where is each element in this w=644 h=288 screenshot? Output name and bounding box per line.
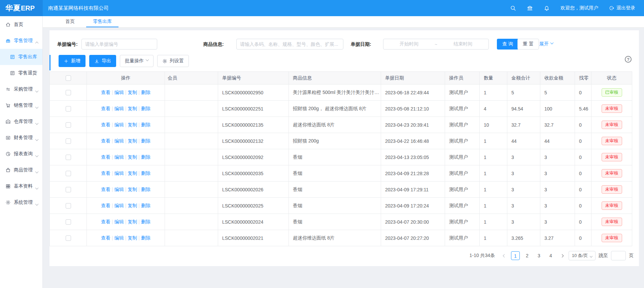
row-checkbox[interactable] [66, 155, 71, 160]
logout-button[interactable]: 退出登录 [609, 5, 635, 11]
copy-link[interactable]: 复制 [128, 106, 137, 111]
delete-link[interactable]: 删除 [141, 154, 150, 160]
edit-link[interactable]: 编辑 [114, 187, 124, 192]
prev-page-icon[interactable] [501, 251, 508, 260]
delete-link[interactable]: 删除 [141, 219, 150, 224]
view-link[interactable]: 查看 [101, 170, 110, 176]
edit-link[interactable]: 编辑 [114, 170, 124, 176]
jump-to-page-input[interactable] [611, 251, 626, 260]
date-cell: 2023-06-18 22:49:44 [381, 85, 445, 101]
sidebar-item-basic-data[interactable]: 基本资料 [0, 178, 42, 194]
copy-link[interactable]: 复制 [128, 170, 137, 176]
sidebar-item-report-query[interactable]: 报表查询 [0, 146, 42, 162]
reset-button[interactable]: 重 置 [517, 39, 539, 50]
add-button[interactable]: 新增 [59, 55, 86, 67]
column-settings-button[interactable]: 列设置 [157, 55, 189, 67]
copy-link[interactable]: 复制 [128, 138, 137, 143]
edit-link[interactable]: 编辑 [114, 154, 124, 160]
member-cell [165, 198, 218, 214]
row-checkbox[interactable] [66, 235, 71, 241]
batch-actions-button[interactable]: 批量操作 [120, 55, 154, 67]
change-cell: 0 [575, 230, 591, 246]
chevron-down-icon [36, 89, 38, 95]
copy-link[interactable]: 复制 [128, 187, 137, 192]
tab-home[interactable]: 首页 [59, 16, 81, 27]
search-button[interactable]: 查 询 [497, 39, 518, 50]
sidebar-item-retail-management[interactable]: 零售管理 [0, 33, 42, 49]
delete-link[interactable]: 删除 [141, 187, 150, 192]
bill-date-range-input[interactable]: 开始时间 ~ 结束时间 [383, 39, 489, 50]
view-link[interactable]: 查看 [101, 235, 110, 241]
row-checkbox[interactable] [66, 90, 71, 95]
help-icon[interactable]: ? [625, 56, 632, 63]
view-link[interactable]: 查看 [101, 90, 110, 95]
sidebar-item-retail-outbound[interactable]: 零售出库 [0, 49, 42, 65]
copy-link[interactable]: 复制 [128, 219, 137, 224]
page-number[interactable]: 3 [535, 251, 543, 260]
page-size-select[interactable]: 10 条/页 [569, 251, 596, 260]
bank-icon[interactable] [527, 5, 533, 11]
search-icon[interactable] [510, 5, 516, 11]
bill-no-input[interactable] [81, 39, 157, 50]
copy-link[interactable]: 复制 [128, 203, 137, 208]
next-page-icon[interactable] [558, 251, 566, 260]
edit-link[interactable]: 编辑 [114, 203, 124, 208]
product-info-input[interactable] [236, 39, 343, 50]
delete-link[interactable]: 删除 [141, 106, 150, 111]
export-button[interactable]: 导出 [89, 55, 116, 67]
sidebar-item-retail-return[interactable]: 零售退货 [0, 65, 42, 81]
edit-link[interactable]: 编辑 [114, 138, 124, 143]
sidebar-item-system-management[interactable]: 系统管理 [0, 194, 42, 211]
table-row: 查看|编辑|复制|删除 LSCK00000002024 香烟 2023-04-0… [50, 214, 632, 230]
page-number[interactable]: 4 [546, 251, 555, 260]
tab-retail-outbound[interactable]: 零售出库 [86, 16, 118, 27]
row-checkbox[interactable] [66, 219, 71, 225]
delete-link[interactable]: 删除 [141, 235, 150, 241]
delete-link[interactable]: 删除 [141, 90, 150, 95]
select-all-checkbox[interactable] [66, 75, 71, 81]
status-badge: 未审核 [602, 185, 622, 194]
view-link[interactable]: 查看 [101, 203, 110, 208]
sidebar-item-goods-management[interactable]: 商品管理 [0, 162, 42, 178]
edit-link[interactable]: 编辑 [114, 219, 124, 224]
finance-icon [5, 135, 11, 140]
row-checkbox[interactable] [66, 171, 71, 176]
row-checkbox[interactable] [66, 122, 71, 128]
table-row: 查看|编辑|复制|删除 LSCK00000002132 招财猫 200g 202… [50, 133, 632, 149]
sidebar-item-purchase-management[interactable]: 采购管理 [0, 81, 42, 97]
sidebar-item-sales-management[interactable]: 销售管理 [0, 97, 42, 114]
edit-link[interactable]: 编辑 [114, 235, 124, 241]
delete-link[interactable]: 删除 [141, 138, 150, 143]
edit-link[interactable]: 编辑 [114, 122, 124, 127]
col-header-qty: 数量 [480, 72, 507, 85]
delete-link[interactable]: 删除 [141, 203, 150, 208]
page-number[interactable]: 1 [511, 251, 520, 260]
table-row: 查看|编辑|复制|删除 LSCK00000002092 香烟 2023-04-1… [50, 149, 632, 165]
view-link[interactable]: 查看 [101, 106, 110, 111]
view-link[interactable]: 查看 [101, 187, 110, 192]
row-checkbox[interactable] [66, 138, 71, 144]
expand-filters-link[interactable]: 展开 [539, 39, 553, 50]
edit-link[interactable]: 编辑 [114, 90, 124, 95]
copy-link[interactable]: 复制 [128, 90, 137, 95]
page-number[interactable]: 2 [523, 251, 532, 260]
sidebar-item-home[interactable]: 首页 [0, 17, 42, 33]
view-link[interactable]: 查看 [101, 138, 110, 143]
copy-link[interactable]: 复制 [128, 154, 137, 160]
total-cell: 3.265 [507, 230, 540, 246]
welcome-user-text: 欢迎您，测试用户 [561, 5, 598, 11]
delete-link[interactable]: 删除 [141, 170, 150, 176]
view-link[interactable]: 查看 [101, 122, 110, 127]
view-link[interactable]: 查看 [101, 219, 110, 224]
bell-icon[interactable] [544, 5, 550, 11]
delete-link[interactable]: 删除 [141, 122, 150, 127]
sidebar-item-finance-management[interactable]: 财务管理 [0, 130, 42, 146]
row-checkbox[interactable] [66, 187, 71, 192]
sidebar-item-warehouse-management[interactable]: 仓库管理 [0, 114, 42, 130]
copy-link[interactable]: 复制 [128, 235, 137, 241]
row-checkbox[interactable] [66, 106, 71, 111]
copy-link[interactable]: 复制 [128, 122, 137, 127]
row-checkbox[interactable] [66, 203, 71, 209]
edit-link[interactable]: 编辑 [114, 106, 124, 111]
view-link[interactable]: 查看 [101, 154, 110, 160]
